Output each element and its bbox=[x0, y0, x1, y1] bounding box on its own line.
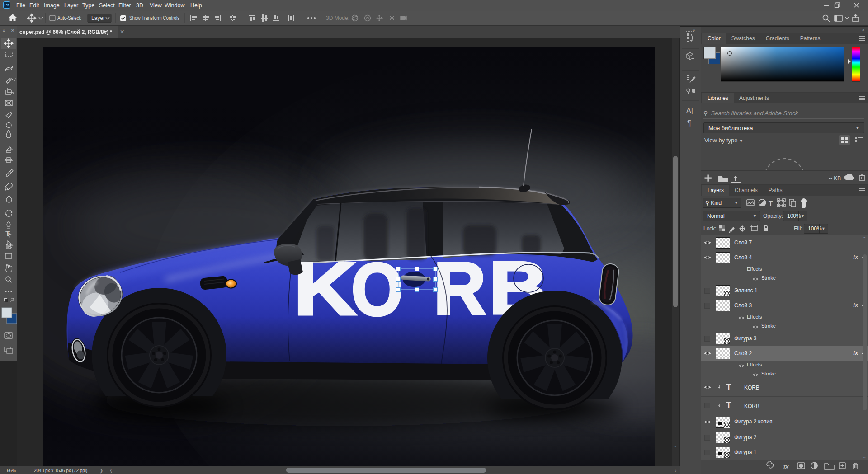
svg-text:T: T bbox=[769, 199, 773, 207]
svg-text:Layer: Layer bbox=[91, 15, 105, 21]
svg-text:T: T bbox=[5, 230, 10, 238]
svg-text:-- KB: -- KB bbox=[829, 175, 841, 182]
svg-text:3D Mode:: 3D Mode: bbox=[326, 15, 349, 21]
svg-text:K: K bbox=[293, 247, 356, 330]
svg-text:¶: ¶ bbox=[687, 119, 691, 127]
svg-text:Auto-Select:: Auto-Select: bbox=[57, 15, 81, 21]
svg-text:A|: A| bbox=[686, 107, 693, 114]
svg-text:fx: fx bbox=[783, 463, 789, 470]
svg-text:Show Transform Controls: Show Transform Controls bbox=[129, 15, 179, 21]
svg-text:R: R bbox=[434, 247, 486, 330]
svg-text:O: O bbox=[351, 248, 403, 331]
